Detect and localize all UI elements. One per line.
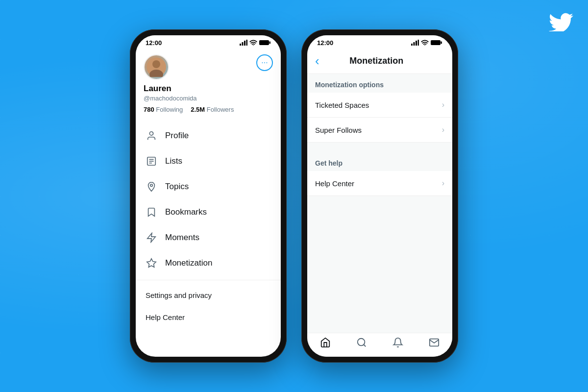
more-button[interactable]: ···	[256, 54, 273, 71]
settings-item[interactable]: Settings and privacy	[136, 284, 281, 306]
svg-marker-16	[147, 233, 156, 242]
svg-point-22	[424, 45, 425, 46]
help-center-label: Help Center	[315, 179, 354, 188]
nav-title: Monetization	[325, 56, 428, 66]
svg-rect-0	[240, 44, 241, 46]
bookmarks-icon	[146, 206, 157, 218]
chevron-ticketed: ›	[442, 100, 444, 109]
more-icon: ···	[261, 58, 268, 67]
nav-bell[interactable]	[388, 337, 408, 351]
svg-rect-19	[414, 42, 415, 46]
menu-item-moments[interactable]: Moments	[136, 225, 281, 250]
ticketed-spaces-item[interactable]: Ticketed Spaces ›	[307, 93, 452, 118]
phone-2: 12:00	[301, 29, 458, 363]
phone-1-screen: 12:00	[136, 35, 281, 357]
following-stat: 780 Following	[144, 106, 183, 113]
status-icons-1	[240, 40, 271, 47]
battery-icon-2	[431, 40, 442, 47]
section-header-help: Get help	[307, 152, 452, 171]
profile-icon	[146, 130, 157, 142]
profile-section: ··· Lauren @machodocomida 780 Following …	[136, 49, 281, 119]
monetization-content: Monetization options Ticketed Spaces › S…	[307, 74, 452, 333]
menu-item-monetization[interactable]: Monetization	[136, 250, 281, 276]
svg-rect-23	[431, 40, 441, 45]
moments-icon	[146, 232, 157, 244]
svg-point-25	[358, 339, 365, 346]
svg-point-8	[152, 60, 160, 68]
section-header-monetization: Monetization options	[307, 74, 452, 93]
svg-rect-2	[244, 41, 245, 46]
followers-label: Followers	[207, 106, 234, 113]
nav-header: ‹ Monetization	[307, 49, 452, 74]
menu-bookmarks-label: Bookmarks	[165, 207, 207, 217]
avatar	[144, 54, 169, 80]
svg-point-10	[149, 132, 153, 135]
svg-rect-21	[418, 40, 419, 46]
menu-moments-label: Moments	[165, 233, 199, 243]
lists-icon	[146, 155, 157, 167]
menu-topics-label: Topics	[165, 182, 189, 192]
menu-monetization-label: Monetization	[165, 258, 212, 268]
chevron-super-follows: ›	[442, 125, 444, 134]
super-follows-label: Super Follows	[315, 126, 362, 134]
section-gap	[307, 143, 452, 152]
svg-rect-20	[416, 41, 417, 46]
monetization-icon	[146, 257, 157, 269]
status-icons-2	[411, 40, 442, 47]
help-label: Help Center	[146, 313, 185, 321]
menu-item-profile[interactable]: Profile	[136, 123, 281, 148]
phone-1: 12:00	[130, 29, 287, 363]
following-label: Following	[156, 106, 183, 113]
nav-search[interactable]	[352, 337, 371, 351]
profile-header: ···	[144, 54, 273, 80]
svg-marker-17	[147, 259, 156, 267]
nav-home[interactable]	[316, 337, 335, 351]
time-1: 12:00	[146, 39, 162, 47]
svg-rect-24	[441, 41, 442, 44]
svg-rect-1	[242, 42, 244, 46]
ticketed-spaces-label: Ticketed Spaces	[315, 101, 369, 109]
back-button[interactable]: ‹	[315, 53, 319, 69]
followers-stat: 2.5M Followers	[191, 106, 234, 113]
help-center-item[interactable]: Help Center	[136, 306, 281, 328]
following-count: 780	[144, 106, 154, 113]
topics-icon	[146, 181, 157, 193]
menu-items: Profile Lists	[136, 119, 281, 357]
avatar-image	[145, 55, 168, 79]
menu-item-topics[interactable]: Topics	[136, 174, 281, 199]
menu-lists-label: Lists	[165, 156, 182, 166]
settings-label: Settings and privacy	[146, 291, 212, 299]
followers-count: 2.5M	[191, 106, 205, 113]
menu-item-bookmarks[interactable]: Bookmarks	[136, 199, 281, 225]
twitter-logo	[549, 10, 573, 37]
menu-profile-label: Profile	[165, 131, 189, 141]
svg-point-4	[253, 45, 254, 46]
battery-icon	[259, 40, 271, 47]
menu-divider	[136, 280, 281, 280]
svg-line-26	[364, 344, 366, 346]
chevron-help: ›	[442, 179, 444, 188]
super-follows-item[interactable]: Super Follows ›	[307, 118, 452, 143]
profile-stats: 780 Following 2.5M Followers	[144, 106, 273, 113]
bottom-nav	[307, 333, 452, 357]
signal-icon-2	[411, 40, 419, 47]
signal-icon	[240, 40, 247, 47]
status-bar-2: 12:00	[307, 35, 452, 49]
time-2: 12:00	[317, 39, 333, 47]
wifi-icon	[249, 40, 257, 47]
profile-name: Lauren	[144, 84, 273, 94]
svg-rect-3	[246, 40, 248, 46]
wifi-icon-2	[421, 40, 429, 47]
nav-mail[interactable]	[424, 337, 444, 351]
svg-rect-6	[270, 41, 271, 44]
svg-point-15	[150, 184, 153, 187]
profile-handle: @machodocomida	[144, 95, 273, 102]
menu-item-lists[interactable]: Lists	[136, 148, 281, 174]
phones-container: 12:00	[130, 29, 458, 363]
svg-rect-18	[411, 44, 413, 46]
svg-rect-5	[259, 40, 269, 45]
phone-2-screen: 12:00	[307, 35, 452, 357]
help-center-item-2[interactable]: Help Center ›	[307, 171, 452, 196]
status-bar-1: 12:00	[136, 35, 281, 49]
